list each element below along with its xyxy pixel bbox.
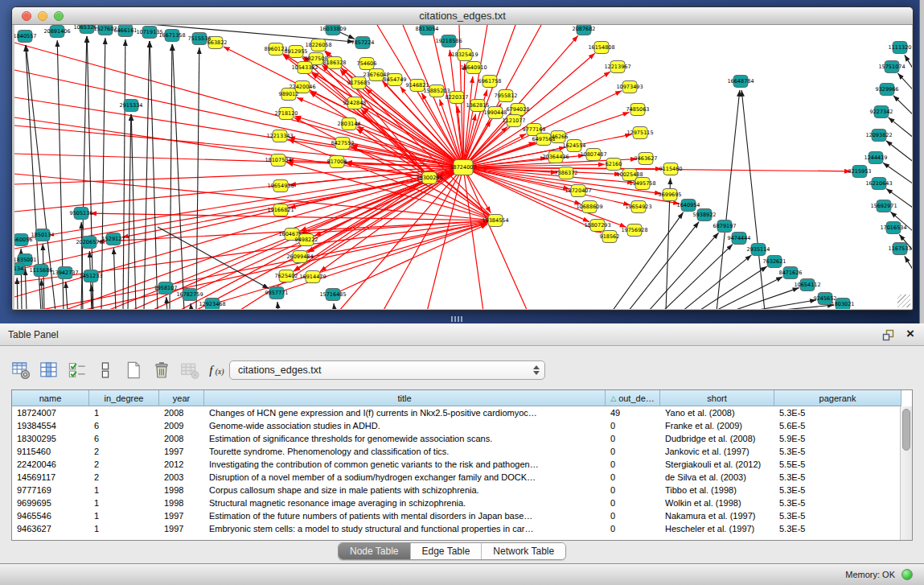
network-node[interactable]: 1244419 — [864, 152, 888, 164]
network-node[interactable]: 2935114 — [747, 244, 770, 256]
tab-node-table[interactable]: Node Table — [339, 543, 410, 559]
table-row[interactable]: 1830029562008Estimation of significance … — [12, 432, 912, 445]
table-row[interactable]: 1456911722003Disruption of a novel membe… — [12, 471, 912, 484]
network-node[interactable]: 2560056 — [14, 234, 32, 246]
select-all-button[interactable] — [64, 357, 90, 383]
network-node[interactable]: 10807487 — [580, 149, 606, 161]
network-node[interactable]: 754606 — [357, 58, 377, 70]
network-node[interactable]: 9175685 — [347, 77, 371, 89]
table-row[interactable]: 1938455462009Genome-wide association stu… — [12, 419, 912, 432]
network-node[interactable]: 18325419 — [451, 49, 478, 61]
network-node[interactable]: 18724007 — [450, 160, 476, 175]
window-titlebar[interactable]: citations_edges.txt — [12, 7, 913, 25]
network-node[interactable]: 19654936 — [267, 180, 294, 192]
network-node[interactable]: 5938922 — [693, 209, 717, 221]
tab-network-table[interactable]: Network Table — [481, 543, 565, 559]
network-node[interactable]: 16648784 — [727, 76, 754, 88]
network-node[interactable]: 9474444 — [728, 233, 751, 245]
network-node[interactable]: 1640954 — [677, 200, 700, 212]
network-node[interactable]: 9699695 — [659, 189, 682, 201]
resize-grip-icon[interactable] — [897, 295, 910, 307]
network-node[interactable]: 2087682 — [573, 25, 596, 35]
network-node[interactable]: 9505136 — [70, 208, 93, 220]
network-node[interactable]: 6879197 — [713, 220, 737, 233]
column-header-in_degree[interactable]: in_degree — [89, 390, 159, 406]
close-panel-icon[interactable]: × — [906, 326, 914, 342]
network-node[interactable]: 20364436 — [542, 151, 569, 163]
network-node[interactable]: 15692971 — [870, 200, 897, 212]
table-row[interactable]: 2242004622012Investigating the contribut… — [12, 458, 912, 471]
network-node[interactable]: 8215953 — [848, 166, 872, 178]
network-node[interactable]: 12923468 — [199, 299, 225, 310]
table-options-button[interactable] — [8, 357, 34, 383]
network-node[interactable]: 15751074 — [878, 61, 905, 73]
function-builder-button[interactable]: f(x) — [205, 357, 231, 383]
table-row[interactable]: 1872400712008Changes of HCN gene express… — [12, 406, 912, 419]
network-node[interactable]: 817004 — [327, 156, 347, 168]
network-node[interactable]: 2915334 — [120, 100, 143, 112]
network-node[interactable]: 19654923 — [625, 201, 651, 213]
network-node[interactable]: 16154808 — [588, 42, 614, 54]
network-node[interactable]: 9329966 — [876, 84, 899, 96]
column-header-out_de[interactable]: △out_de… — [606, 390, 660, 406]
network-node[interactable]: 8813054 — [416, 25, 439, 35]
network-node[interactable]: 918562 — [600, 231, 620, 243]
table-row[interactable]: 977716911998Corpus callosum shape and si… — [12, 484, 912, 496]
table-row[interactable]: 946554611997Estimation of the future num… — [12, 509, 912, 522]
create-column-button[interactable] — [121, 357, 146, 383]
column-header-pagerank[interactable]: pagerank — [774, 390, 901, 406]
network-canvas[interactable]: 1872400718300295896012389129551822605898… — [14, 25, 912, 309]
network-node[interactable]: 1529127 — [102, 233, 125, 245]
table-row[interactable]: 969969511998Structural magnetic resonanc… — [12, 496, 912, 509]
network-node[interactable]: 20206576 — [76, 237, 102, 249]
column-header-year[interactable]: year — [159, 390, 204, 406]
network-node[interactable]: 1850134 — [31, 229, 55, 241]
delete-column-button[interactable] — [149, 357, 175, 383]
network-node[interactable]: 12093822 — [865, 130, 892, 142]
network-node[interactable]: 62160 — [606, 159, 622, 171]
network-node[interactable]: 19166821 — [267, 204, 294, 216]
network-node[interactable]: 2803144 — [338, 118, 361, 130]
column-header-short[interactable]: short — [660, 390, 774, 406]
network-node[interactable]: 16914479 — [299, 271, 326, 283]
network-node[interactable]: 16782759 — [176, 289, 203, 301]
splitter-handle[interactable] — [451, 316, 462, 322]
network-node[interactable]: 20891406 — [43, 26, 70, 38]
network-node[interactable]: 10688609 — [576, 201, 602, 213]
table-row[interactable]: 946362711997Embryonic stem cells: a mode… — [12, 522, 912, 535]
svg-text:1850134: 1850134 — [31, 232, 55, 238]
table-scrollbar[interactable] — [900, 406, 912, 540]
network-node[interactable]: 6466161 — [114, 25, 138, 37]
table-row[interactable]: 911546021997Tourette syndrome. Phenomeno… — [12, 445, 912, 458]
clear-selection-button[interactable] — [92, 357, 118, 383]
float-panel-icon[interactable] — [881, 328, 895, 342]
network-node[interactable]: 19218586 — [435, 35, 462, 47]
network-node[interactable]: 7485063 — [626, 104, 650, 116]
network-node[interactable]: 19756928 — [621, 225, 647, 237]
network-node[interactable]: 12975115 — [626, 127, 653, 139]
network-node[interactable]: 989012 — [279, 89, 299, 101]
table-select-dropdown[interactable]: citations_edges.txt — [229, 360, 545, 380]
network-node[interactable]: 10654112 — [794, 279, 820, 291]
network-node[interactable]: 7632621 — [763, 256, 786, 268]
scrollbar-thumb[interactable] — [902, 409, 910, 451]
tab-edge-table[interactable]: Edge Table — [410, 543, 482, 559]
network-window[interactable]: citations_edges.txt 18724007183002958960… — [11, 6, 914, 311]
network-node[interactable]: 12213967 — [604, 61, 630, 73]
show-columns-button[interactable] — [36, 357, 62, 383]
network-node[interactable]: 17016534 — [880, 222, 906, 234]
network-node[interactable]: 1111320 — [889, 42, 912, 54]
column-header-title[interactable]: title — [204, 390, 606, 406]
network-node[interactable]: 9115460 — [659, 163, 683, 175]
network-node[interactable]: 7955812 — [495, 90, 518, 102]
column-header-name[interactable]: name — [12, 390, 89, 406]
network-node[interactable]: 16210643 — [865, 178, 892, 190]
network-node[interactable]: 9227342 — [870, 106, 893, 118]
network-node[interactable]: 18107534 — [265, 154, 291, 167]
network-node[interactable]: 1624554 — [563, 140, 586, 152]
svg-text:12213343: 12213343 — [266, 133, 293, 139]
network-node[interactable]: 18226058 — [305, 39, 331, 51]
network-node[interactable]: 1840557 — [14, 31, 36, 43]
network-node[interactable]: 9463627 — [634, 153, 658, 165]
network-node[interactable]: 6961758 — [478, 76, 502, 88]
